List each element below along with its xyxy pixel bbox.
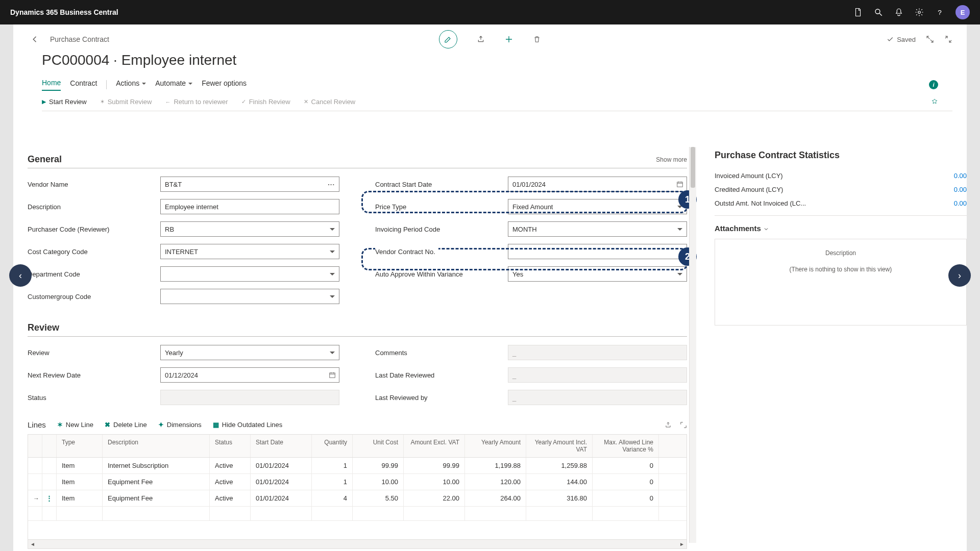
lines-share-icon[interactable] — [665, 421, 672, 429]
back-button[interactable] — [27, 31, 44, 48]
description-input[interactable]: Employee internet — [160, 199, 339, 214]
vendor-contract-no-label: Vendor Contract No. — [375, 248, 438, 256]
table-row[interactable]: ItemEquipment FeeActive01/01/2024110.001… — [28, 474, 687, 490]
price-type-select[interactable]: Fixed Amount — [508, 199, 687, 214]
outstd-amount-value[interactable]: 0.00 — [954, 199, 967, 207]
last-reviewed-by-field: _ — [508, 390, 687, 405]
svg-rect-4 — [677, 182, 683, 187]
col-quantity[interactable]: Quantity — [312, 435, 353, 457]
svg-rect-5 — [330, 373, 335, 378]
share-button[interactable] — [477, 35, 485, 43]
col-start-date[interactable]: Start Date — [251, 435, 312, 457]
attachments-title[interactable]: Attachments — [715, 224, 967, 233]
last-date-reviewed-field: _ — [508, 367, 687, 383]
col-yearly-amount[interactable]: Yearly Amount — [465, 435, 526, 457]
grid-horizontal-scrollbar[interactable]: ◄► — [28, 539, 687, 548]
attachments-box: Description (There is nothing to show in… — [715, 239, 967, 325]
credited-amount-label: Credited Amount (LCY) — [715, 186, 783, 193]
table-row[interactable]: ⋮ItemEquipment FeeActive01/01/202445.502… — [28, 490, 687, 507]
bell-icon[interactable] — [894, 8, 903, 17]
breadcrumb: Purchase Contract — [50, 35, 109, 43]
popout-icon[interactable] — [926, 35, 934, 43]
vendor-contract-no-input[interactable] — [508, 244, 687, 259]
customergroup-code-select[interactable] — [160, 289, 339, 304]
tab-actions[interactable]: Actions — [116, 79, 146, 90]
attachments-empty: (There is nothing to show in this view) — [722, 266, 959, 273]
lines-expand-icon[interactable] — [680, 421, 687, 429]
next-review-date-input[interactable]: 01/12/2024 — [160, 367, 339, 383]
col-status[interactable]: Status — [210, 435, 251, 457]
pin-icon[interactable] — [931, 98, 938, 106]
status-field — [160, 390, 339, 405]
dimensions-button[interactable]: ✦Dimensions — [158, 421, 202, 429]
svg-line-1 — [879, 13, 882, 16]
info-badge[interactable]: i — [929, 80, 938, 89]
table-row[interactable]: ItemInternet SubscriptionActive01/01/202… — [28, 458, 687, 474]
show-more-link[interactable]: Show more — [656, 156, 687, 163]
credited-amount-value[interactable]: 0.00 — [954, 186, 967, 193]
section-general-title: General — [28, 154, 62, 165]
prev-record-button[interactable]: ‹ — [9, 264, 32, 287]
section-lines-title: Lines — [28, 420, 46, 429]
outstd-amount-label: Outstd Amt. Not Invoiced (LC... — [715, 199, 806, 207]
start-review-button[interactable]: ▶Start Review — [42, 98, 87, 106]
description-label: Description — [28, 203, 64, 211]
contract-start-date-label: Contract Start Date — [375, 181, 435, 188]
delete-button[interactable] — [533, 35, 541, 43]
col-description[interactable]: Description — [103, 435, 210, 457]
edit-button[interactable] — [439, 30, 457, 48]
tab-home[interactable]: Home — [42, 79, 61, 91]
next-record-button[interactable]: › — [948, 264, 971, 287]
finish-review-button: ✓Finish Review — [241, 98, 290, 106]
invoiced-amount-label: Invoiced Amount (LCY) — [715, 172, 783, 180]
invoicing-period-select[interactable]: MONTH — [508, 221, 687, 237]
purchaser-code-select[interactable]: RB — [160, 221, 339, 237]
submit-review-button: ✶Submit Review — [100, 98, 152, 106]
svg-text:?: ? — [938, 9, 942, 16]
auto-approve-label: Auto Approve Within Variance — [375, 270, 466, 278]
contract-start-date-input[interactable]: 01/01/2024 — [508, 177, 687, 192]
customergroup-code-label: Customergroup Code — [28, 293, 94, 300]
status-label: Status — [28, 394, 50, 402]
svg-point-2 — [918, 11, 921, 14]
review-frequency-label: Review — [28, 349, 53, 357]
cancel-review-button: ✕Cancel Review — [304, 98, 356, 106]
hide-outdated-button[interactable]: ▦Hide Outdated Lines — [213, 421, 283, 429]
auto-approve-select[interactable]: Yes — [508, 266, 687, 282]
price-type-label: Price Type — [375, 203, 409, 211]
delete-line-button[interactable]: ✖Delete Line — [105, 421, 147, 429]
vendor-name-label: Vendor Name — [28, 181, 71, 188]
tab-fewer-options[interactable]: Fewer options — [202, 79, 247, 90]
col-unit-cost[interactable]: Unit Cost — [353, 435, 404, 457]
vertical-scrollbar[interactable] — [689, 147, 696, 543]
help-icon[interactable]: ? — [935, 8, 944, 17]
new-line-button[interactable]: ✶New Line — [57, 421, 93, 429]
doc-icon[interactable] — [853, 8, 863, 17]
review-frequency-select[interactable]: Yearly — [160, 345, 339, 360]
gear-icon[interactable] — [915, 8, 924, 17]
avatar[interactable]: E — [955, 5, 970, 19]
tab-automate[interactable]: Automate — [155, 79, 192, 90]
department-code-select[interactable] — [160, 266, 339, 282]
new-button[interactable] — [504, 35, 513, 44]
col-type[interactable]: Type — [57, 435, 103, 457]
vendor-name-input[interactable]: BT&T··· — [160, 177, 339, 192]
product-name: Dynamics 365 Business Central — [10, 8, 118, 16]
invoiced-amount-value[interactable]: 0.00 — [954, 172, 967, 180]
department-code-label: Department Code — [28, 270, 83, 278]
col-amount-excl-vat[interactable]: Amount Excl. VAT — [404, 435, 465, 457]
search-icon[interactable] — [874, 8, 883, 17]
tab-contract[interactable]: Contract — [70, 79, 97, 90]
collapse-icon[interactable] — [944, 35, 952, 43]
attachments-col-header: Description — [722, 246, 959, 266]
col-max-variance[interactable]: Max. Allowed Line Variance % — [593, 435, 659, 457]
stats-title: Purchase Contract Statistics — [715, 150, 967, 161]
cost-category-select[interactable]: INTERNET — [160, 244, 339, 259]
cost-category-label: Cost Category Code — [28, 248, 91, 256]
col-yearly-incl-vat[interactable]: Yearly Amount Incl. VAT — [526, 435, 593, 457]
row-menu-icon[interactable]: ⋮ — [46, 494, 53, 502]
svg-point-0 — [875, 9, 880, 14]
last-date-reviewed-label: Last Date Reviewed — [375, 371, 437, 379]
page-title: PC000004 · Employee internet — [42, 52, 952, 68]
comments-label: Comments — [375, 349, 410, 357]
